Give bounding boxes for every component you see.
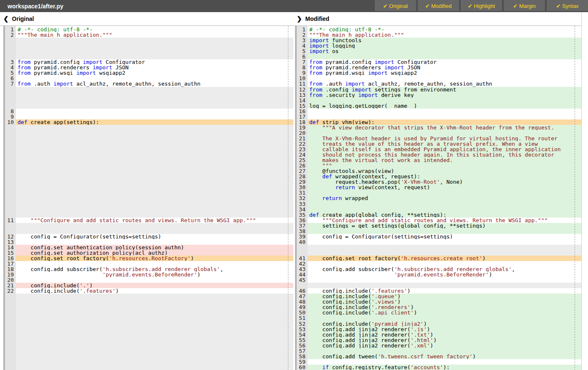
line-number: 56 (297, 343, 308, 348)
code-token: import (309, 48, 329, 54)
code-line[interactable] (308, 109, 581, 114)
code-line[interactable]: return view(context, request) (308, 185, 581, 190)
code-line[interactable]: from .auth import acl_authz, remote_auth… (16, 81, 293, 86)
original-pane: ❮ Original 12345678910111213141516171819… (0, 12, 293, 370)
line-number (5, 125, 16, 130)
diff-filler (16, 98, 293, 103)
code-line[interactable]: config = Configurator(settings=settings) (16, 234, 293, 239)
code-line[interactable]: from .security import derive_key (308, 92, 581, 98)
line-number (5, 359, 16, 365)
diff-filler (16, 343, 293, 348)
code-line[interactable]: config.include('.api_client') (308, 310, 581, 315)
diff-filler (16, 125, 293, 130)
code-line[interactable]: log = logging.getLogger(__name__) (308, 103, 581, 109)
diff-filler (16, 315, 293, 321)
line-number: 19 (297, 125, 308, 130)
line-number: 14 (297, 98, 308, 103)
code-token: from (309, 92, 322, 98)
code-area[interactable]: # -*- coding: utf-8 -*-"""The main h app… (308, 26, 581, 370)
toggle-syntax-button[interactable]: ✔ Syntax (547, 0, 588, 12)
line-number: 52 (297, 321, 308, 327)
code-token: ) (489, 271, 492, 278)
code-line[interactable]: import os (308, 48, 581, 54)
diff-filler (16, 327, 293, 332)
diff-filler (16, 136, 293, 141)
code-line[interactable] (16, 109, 293, 114)
diff-filler (16, 201, 293, 207)
code-line[interactable]: makes the virtual root work as intended. (308, 157, 581, 163)
code-line[interactable] (308, 239, 581, 245)
toggle-original-button[interactable]: ✔ Original (375, 0, 416, 12)
code-token: import (53, 81, 73, 87)
diff-filler (16, 195, 293, 201)
line-number (5, 147, 16, 152)
code-line[interactable]: if config.registry.feature('accounts'): (308, 365, 581, 370)
code-line[interactable]: config.set_root_factory('h.resources.Roo… (16, 256, 293, 261)
diff-filler (16, 365, 293, 370)
code-area[interactable]: # -*- coding: utf-8 -*-"""The main h app… (16, 26, 293, 370)
line-number (5, 332, 16, 337)
line-number (5, 157, 16, 163)
toggle-highlight-button[interactable]: ✔ Highlight (461, 0, 502, 12)
code-line[interactable]: 'pyramid.events.BeforeRender') (16, 272, 293, 277)
code-line[interactable]: import logging (308, 43, 581, 48)
code-token (309, 184, 336, 190)
line-number: 12 (297, 87, 308, 92)
diff-filler (16, 223, 293, 228)
line-number-gutter: 12345678910111213141516171819202122 (5, 26, 16, 370)
code-line[interactable]: return wrapped (308, 195, 581, 201)
original-pane-body[interactable]: 12345678910111213141516171819202122 # -*… (0, 25, 293, 370)
code-token: if (322, 364, 329, 370)
line-number (5, 141, 16, 147)
column-margin-line (575, 26, 575, 370)
modified-pane-body[interactable]: 1234567891011121314151617181920212223242… (293, 25, 581, 370)
line-number-gutter: 1234567891011121314151617181920212223242… (297, 26, 308, 370)
code-line[interactable]: config.add_tween('h.tweens.csrf_tween_fa… (308, 354, 581, 359)
pane-edge (0, 26, 3, 370)
code-token: config = Configurator(settings=settings) (18, 233, 161, 240)
code-line[interactable]: """Configure and add static routes and v… (16, 218, 293, 223)
code-line[interactable]: config = Configurator(settings=settings) (308, 234, 581, 239)
toggle-modified-button[interactable]: ✔ Modified (418, 0, 459, 12)
diff-filler (16, 163, 293, 168)
code-token: config.include( (18, 288, 80, 294)
diff-filler (16, 152, 293, 157)
line-number (297, 250, 308, 256)
code-line[interactable]: 'pyramid.events.BeforeRender') (308, 272, 581, 277)
window-title: workspace1/after.py (0, 3, 63, 10)
line-number: 14 (5, 245, 16, 250)
code-line[interactable]: config.set_root_factory('h.resources.cre… (308, 256, 581, 261)
code-line[interactable]: config.include('.features') (16, 288, 293, 294)
line-number (5, 343, 16, 348)
line-number (5, 98, 16, 103)
line-number: 7 (5, 81, 16, 86)
code-token: , None) (440, 179, 463, 185)
code-token: ): (443, 364, 450, 370)
code-token: 'h.resources.create_root' (401, 255, 482, 261)
code-token: 'pyramid.events.BeforeRender' (394, 271, 489, 278)
code-line[interactable]: from pyramid.wsgi import wsgiapp2 (308, 70, 581, 76)
code-token: pyramid.wsgi (30, 70, 76, 76)
code-line[interactable]: """A view decorator that strips the X-Vh… (308, 125, 581, 130)
line-number (5, 174, 16, 179)
code-line[interactable]: from pyramid.wsgi import wsgiapp2 (16, 70, 293, 76)
code-line[interactable]: settings = get_settings(global_config, *… (308, 223, 581, 228)
code-line[interactable]: def create_app(settings): (16, 119, 293, 125)
line-number (5, 190, 16, 195)
code-line[interactable] (308, 277, 581, 283)
line-number: 20 (297, 130, 308, 136)
code-token (309, 364, 322, 370)
code-token: import (76, 70, 96, 76)
code-token: .auth (30, 81, 53, 87)
line-number (5, 354, 16, 359)
code-token: .security (322, 92, 358, 98)
toggle-margin-button[interactable]: ✔ Margin (504, 0, 545, 12)
code-token: wsgiapp2 (388, 70, 417, 76)
code-line[interactable] (308, 201, 581, 207)
code-line[interactable]: config.add_jinja2_renderer('.xml') (308, 343, 581, 348)
line-number (5, 207, 16, 212)
diff-filler (16, 147, 293, 152)
line-number (5, 365, 16, 370)
code-line[interactable]: """The main h application.""" (16, 32, 293, 38)
code-token: from (18, 70, 30, 76)
